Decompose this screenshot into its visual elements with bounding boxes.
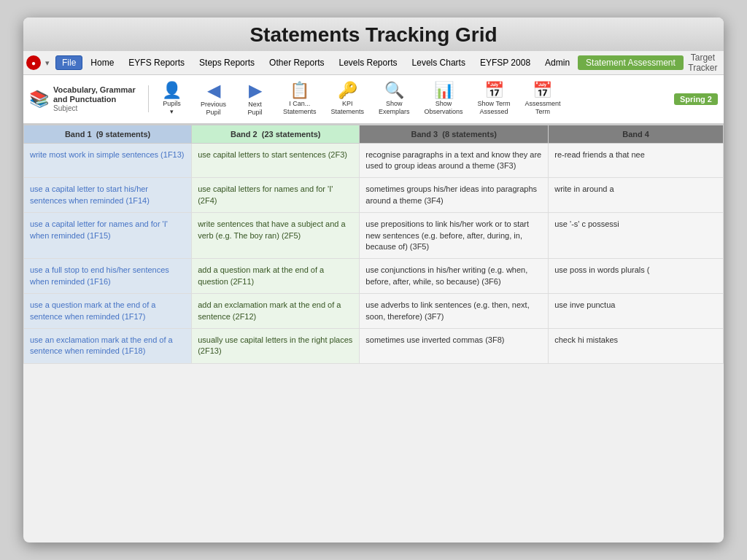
table-row: use an exclamation mark at the end of a … <box>24 328 724 363</box>
menu-other[interactable]: Other Reports <box>263 55 330 70</box>
kpi-statements-button[interactable]: 🔑 KPIStatements <box>325 79 371 120</box>
app-window: Statements Tracking Grid ● ▾ File Home E… <box>23 18 724 542</box>
app-icon: ● <box>26 55 41 70</box>
band3-cell[interactable]: recognise paragraphs in a text and know … <box>360 143 549 178</box>
band3-header: Band 3 (8 statements) <box>360 125 549 143</box>
show-observations-button[interactable]: 📊 ShowObservations <box>418 79 470 120</box>
band4-cell[interactable]: use inve punctua <box>549 294 724 329</box>
subject-sublabel: Subject <box>53 104 141 112</box>
menu-levels[interactable]: Levels Reports <box>332 55 403 70</box>
band4-cell[interactable]: check hi mistakes <box>549 328 724 363</box>
menu-eyfsp[interactable]: EYFSP 2008 <box>473 55 537 70</box>
band2-cell[interactable]: write sentences that have a subject and … <box>192 213 360 259</box>
menu-steps[interactable]: Steps Reports <box>193 55 261 70</box>
band3-cell[interactable]: sometimes use inverted commas (3F8) <box>360 328 549 363</box>
menu-file[interactable]: File <box>55 55 82 70</box>
menu-charts[interactable]: Levels Charts <box>406 55 472 70</box>
page-title: Statements Tracking Grid <box>23 23 724 47</box>
band3-cell[interactable]: sometimes groups his/her ideas into para… <box>360 178 549 213</box>
previous-arrow-icon: ◀ <box>207 82 220 99</box>
pupils-button[interactable]: 👤 Pupils▾ <box>152 79 192 120</box>
ican-icon: 📋 <box>290 82 309 98</box>
menu-bar-title: Target Tracker <box>685 52 721 73</box>
band1-cell[interactable]: use a question mark at the end of a sent… <box>24 294 192 329</box>
menu-statement-assessment[interactable]: Statement Assessment <box>578 55 684 70</box>
table-row: use a full stop to end his/her sentences… <box>24 259 724 294</box>
band2-cell[interactable]: use capital letters for names and for 'I… <box>192 178 360 213</box>
pupils-label: Pupils▾ <box>163 100 181 116</box>
band4-header: Band 4 <box>549 125 724 143</box>
ican-label: I Can...Statements <box>283 100 317 116</box>
table-row: use a question mark at the end of a sent… <box>24 294 724 329</box>
subject-name: Vocabulary, Grammar and Punctuation <box>53 85 141 104</box>
band2-cell[interactable]: use capital letters to start sentences (… <box>192 143 360 178</box>
observations-label: ShowObservations <box>425 100 463 116</box>
previous-pupil-button[interactable]: ◀ PreviousPupil <box>193 78 233 120</box>
assessment-term-button[interactable]: 📅 AssessmentTerm <box>518 79 567 120</box>
menu-home[interactable]: Home <box>84 55 120 70</box>
term-assessed-icon: 📅 <box>484 82 504 98</box>
table-row: write most work in simple sentences (1F1… <box>24 143 724 178</box>
band4-cell[interactable]: re-read friends a that nee <box>549 143 724 178</box>
band2-cell[interactable]: add an exclamation mark at the end of a … <box>192 294 360 329</box>
observations-icon: 📊 <box>434 82 454 98</box>
band4-cell[interactable]: use poss in words plurals ( <box>549 259 724 294</box>
title-bar: Statements Tracking Grid <box>23 18 724 51</box>
band3-cell[interactable]: use adverbs to link sentences (e.g. then… <box>360 294 549 329</box>
band4-cell[interactable]: use '-s' c possessi <box>549 213 724 259</box>
toolbar-buttons: 👤 Pupils▾ ◀ PreviousPupil ▶ NextPupil 📋 … <box>152 78 671 120</box>
next-pupil-label: NextPupil <box>247 101 262 117</box>
toolbar-right: Spring 2 <box>674 93 718 105</box>
exemplars-label: ShowExemplars <box>379 100 410 116</box>
table-row: use a capital letter for names and for '… <box>24 213 724 259</box>
kpi-icon: 🔑 <box>338 82 357 98</box>
assessment-term-label: AssessmentTerm <box>525 100 560 116</box>
previous-pupil-label: PreviousPupil <box>201 101 226 117</box>
band1-cell[interactable]: use a capital letter for names and for '… <box>24 213 192 259</box>
menu-admin[interactable]: Admin <box>538 55 576 70</box>
table-row: use a capital letter to start his/her se… <box>24 178 724 213</box>
next-arrow-icon: ▶ <box>249 82 262 99</box>
menu-bar-arrow: ▾ <box>45 58 50 68</box>
term-assessed-label: Show TermAssessed <box>478 100 511 116</box>
assessment-term-icon: 📅 <box>533 82 552 98</box>
subject-icon: 📚 <box>29 90 49 109</box>
term-badge: Spring 2 <box>674 93 718 105</box>
kpi-label: KPIStatements <box>331 100 365 116</box>
next-pupil-button[interactable]: ▶ NextPupil <box>235 78 275 120</box>
band2-cell[interactable]: usually use capital letters in the right… <box>192 328 360 363</box>
band2-header: Band 2 (23 statements) <box>192 125 360 143</box>
statements-grid: Band 1 (9 statements) Band 2 (23 stateme… <box>23 125 724 364</box>
menu-bar: ● ▾ File Home EYFS Reports Steps Reports… <box>23 51 724 75</box>
menu-eyfs[interactable]: EYFS Reports <box>122 55 191 70</box>
pupils-icon: 👤 <box>162 82 182 98</box>
exemplars-icon: 🔍 <box>384 82 404 98</box>
toolbar: 📚 Vocabulary, Grammar and Punctuation Su… <box>23 75 724 125</box>
band1-cell[interactable]: use a capital letter to start his/her se… <box>24 178 192 213</box>
subject-info: Vocabulary, Grammar and Punctuation Subj… <box>53 85 141 112</box>
subject-section: 📚 Vocabulary, Grammar and Punctuation Su… <box>29 85 149 112</box>
content-area: Band 1 (9 statements) Band 2 (23 stateme… <box>23 125 724 542</box>
band3-cell[interactable]: use conjunctions in his/her writing (e.g… <box>360 259 549 294</box>
show-term-assessed-button[interactable]: 📅 Show TermAssessed <box>471 79 517 120</box>
band4-cell[interactable]: write in around a <box>549 178 724 213</box>
band1-cell[interactable]: write most work in simple sentences (1F1… <box>24 143 192 178</box>
band1-header: Band 1 (9 statements) <box>24 125 192 143</box>
band3-cell[interactable]: use prepositions to link his/her work or… <box>360 213 549 259</box>
ican-statements-button[interactable]: 📋 I Can...Statements <box>276 79 323 120</box>
show-exemplars-button[interactable]: 🔍 ShowExemplars <box>372 79 417 120</box>
band1-cell[interactable]: use a full stop to end his/her sentences… <box>24 259 192 294</box>
band1-cell[interactable]: use an exclamation mark at the end of a … <box>24 328 192 363</box>
band2-cell[interactable]: add a question mark at the end of a ques… <box>192 259 360 294</box>
